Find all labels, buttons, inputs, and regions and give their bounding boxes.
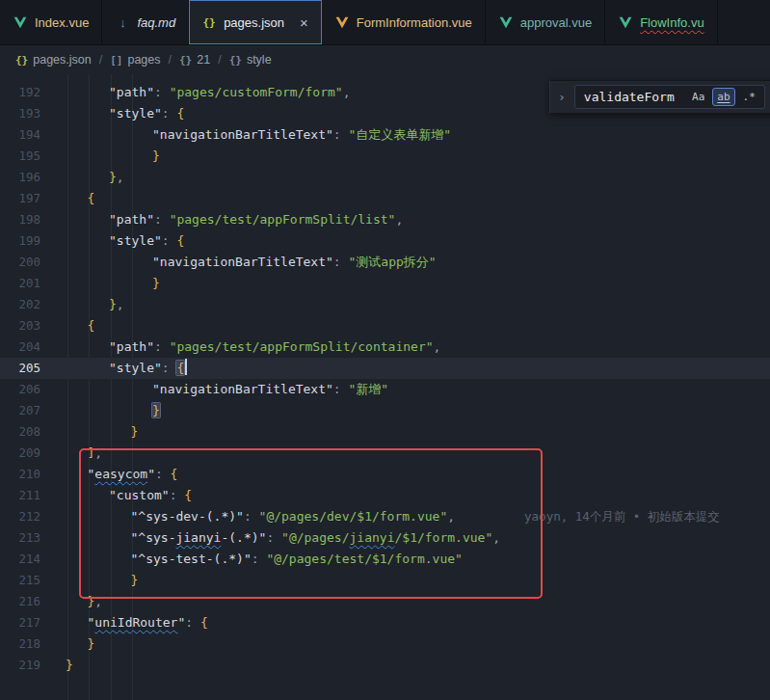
code-token: :: [185, 615, 200, 630]
line-number[interactable]: 210: [0, 464, 40, 485]
code-line[interactable]: 202},: [0, 294, 770, 315]
breadcrumb-item[interactable]: {}21: [179, 53, 210, 67]
line-number[interactable]: 204: [0, 337, 40, 358]
line-number[interactable]: 203: [0, 315, 40, 337]
tab-label: approval.vue: [520, 15, 592, 30]
tab-pages-json[interactable]: {}pages.json×: [189, 0, 322, 44]
code-line[interactable]: 217"uniIdRouter": {: [0, 612, 770, 633]
code-line[interactable]: 207}: [0, 400, 770, 421]
whole-word-button[interactable]: ab: [712, 88, 734, 106]
line-number[interactable]: 207: [0, 400, 40, 421]
code-token: ,: [447, 509, 455, 524]
toggle-replace-icon[interactable]: ›: [558, 90, 566, 104]
code-token: "^sys-dev-(.*)": [131, 509, 244, 524]
code-line[interactable]: 198"path": "pages/test/appFormSplit/list…: [0, 209, 770, 230]
line-number[interactable]: 219: [0, 655, 40, 676]
regex-button[interactable]: .*: [738, 88, 760, 106]
code-line[interactable]: 210"easycom": {: [0, 464, 770, 485]
code-line[interactable]: 216},: [0, 591, 770, 612]
line-number[interactable]: 200: [0, 252, 40, 273]
line-number[interactable]: 214: [0, 549, 40, 570]
line-number[interactable]: 213: [0, 527, 40, 549]
code-token: "pages/customForm/form": [170, 85, 343, 99]
code-line[interactable]: 214"^sys-test-(.*)": "@/pages/test/$1/fo…: [0, 549, 770, 570]
code-line[interactable]: 197{: [0, 188, 770, 209]
tab-label: faq.md: [137, 15, 175, 30]
line-number[interactable]: 198: [0, 209, 40, 230]
close-tab-icon[interactable]: ×: [300, 15, 308, 30]
line-number[interactable]: 194: [0, 124, 40, 146]
match-case-button[interactable]: Aa: [687, 88, 709, 106]
code-line[interactable]: 206"navigationBarTitleText": "新增": [0, 379, 770, 400]
line-number[interactable]: 215: [0, 570, 40, 591]
line-number[interactable]: 202: [0, 294, 40, 315]
code-line-content: }: [66, 421, 138, 443]
code-line[interactable]: 194"navigationBarTitleText": "自定义表单新增": [0, 124, 770, 146]
tab-index-vue[interactable]: Index.vue: [0, 0, 102, 44]
code-line[interactable]: 203{: [0, 315, 770, 337]
line-number[interactable]: 211: [0, 485, 40, 506]
code-line[interactable]: 209],: [0, 443, 770, 464]
code-token: ,: [343, 85, 351, 99]
code-line-content: }: [66, 633, 94, 655]
breadcrumb-item[interactable]: {}style: [229, 53, 272, 67]
json-icon: {}: [201, 16, 217, 29]
code-line[interactable]: 208}: [0, 421, 770, 443]
editor-pane[interactable]: 192"path": "pages/customForm/form",193"s…: [0, 74, 770, 700]
line-number[interactable]: 206: [0, 379, 40, 400]
line-number[interactable]: 212: [0, 506, 40, 527]
line-number[interactable]: 193: [0, 103, 40, 124]
code-line[interactable]: 219}: [0, 655, 770, 676]
code-line[interactable]: 215}: [0, 570, 770, 591]
line-number[interactable]: 199: [0, 230, 40, 252]
breadcrumb-item[interactable]: []pages: [110, 53, 160, 67]
line-number[interactable]: 201: [0, 273, 40, 294]
find-input[interactable]: validateForm Aa ab .*: [574, 85, 765, 109]
line-number[interactable]: 209: [0, 443, 40, 464]
code-token: ,: [434, 339, 441, 354]
code-line[interactable]: 196},: [0, 167, 770, 188]
code-token: :: [333, 382, 349, 396]
tab-forminformation-vue[interactable]: FormInformation.vue: [322, 0, 486, 44]
code-line-content: "style": {: [66, 103, 184, 124]
code-line[interactable]: 218}: [0, 633, 770, 655]
code-line[interactable]: 201}: [0, 273, 770, 294]
code-token: :: [333, 127, 349, 142]
code-line[interactable]: 204"path": "pages/test/appFormSplit/cont…: [0, 337, 770, 358]
code-token: jianyi: [175, 530, 221, 545]
tab-faq-md[interactable]: ↓faq.md: [102, 0, 189, 44]
vue-icon: [618, 16, 633, 29]
code-line[interactable]: 213"^sys-jianyi-(.*)": "@/pages/jianyi/$…: [0, 527, 770, 549]
code-token: "path": [109, 339, 154, 354]
breadcrumb-item[interactable]: {}pages.json: [15, 53, 92, 67]
code-line-content: },: [66, 294, 124, 315]
code-line-content: {: [66, 315, 94, 337]
breadcrumb-label: pages.json: [33, 53, 91, 67]
code-line[interactable]: 205"style": {: [0, 358, 770, 379]
line-number[interactable]: 216: [0, 591, 40, 612]
line-number[interactable]: 217: [0, 612, 40, 633]
tab-flowinfo-vu[interactable]: FlowInfo.vu: [605, 0, 717, 44]
line-number[interactable]: 192: [0, 82, 40, 103]
breadcrumb-label: pages: [127, 53, 160, 67]
line-number[interactable]: 208: [0, 421, 40, 443]
tab-approval-vue[interactable]: approval.vue: [486, 0, 605, 44]
breadcrumb-separator: /: [218, 53, 221, 67]
code-token: "style": [109, 106, 162, 121]
code-token: "^sys-: [131, 530, 176, 545]
code-line[interactable]: 195}: [0, 146, 770, 167]
line-number[interactable]: 195: [0, 146, 40, 167]
code-line[interactable]: 211"custom": {: [0, 485, 770, 506]
code-line[interactable]: 212"^sys-dev-(.*)": "@/pages/dev/$1/form…: [0, 506, 770, 527]
line-number[interactable]: 197: [0, 188, 40, 209]
line-number[interactable]: 205: [0, 358, 40, 379]
line-number[interactable]: 218: [0, 633, 40, 655]
code-token: "@/pages/dev/$1/form.vue": [259, 509, 448, 524]
code-line[interactable]: 200"navigationBarTitleText": "测试app拆分": [0, 252, 770, 273]
code-line[interactable]: 199"style": {: [0, 230, 770, 252]
find-query-text[interactable]: validateForm: [584, 90, 684, 104]
code-lines[interactable]: 192"path": "pages/customForm/form",193"s…: [0, 74, 770, 676]
code-token: easycom: [94, 467, 147, 481]
code-token: :: [154, 85, 170, 99]
line-number[interactable]: 196: [0, 167, 40, 188]
